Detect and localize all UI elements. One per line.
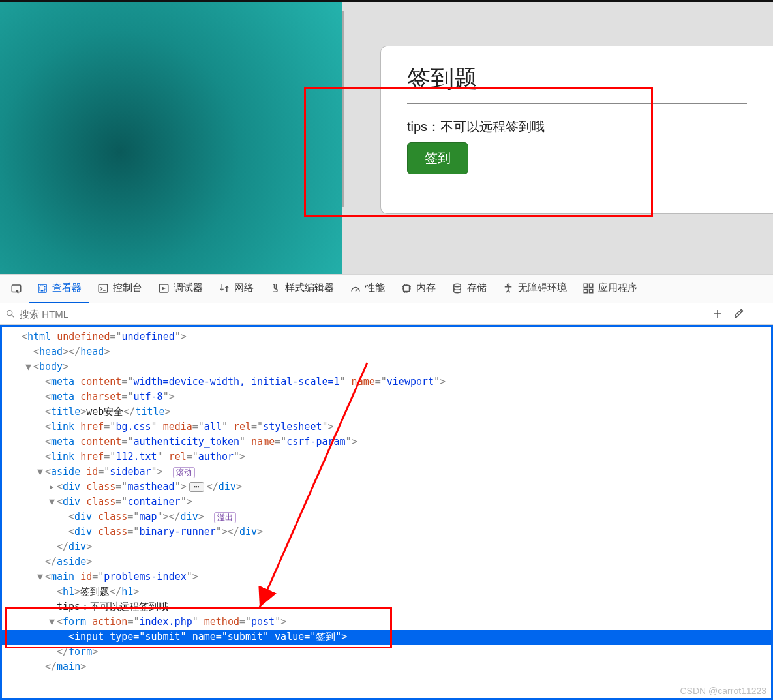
tab-memory-label: 内存 bbox=[416, 282, 436, 294]
dom-line[interactable]: </form> bbox=[2, 645, 771, 660]
tab-console[interactable]: 控制台 bbox=[89, 275, 150, 303]
dom-line[interactable]: <h1>签到题</h1> bbox=[2, 585, 771, 600]
dom-line[interactable]: ▼<div class="container"> bbox=[2, 495, 771, 510]
dom-line[interactable]: <div class="map"></div> 溢出 bbox=[2, 510, 771, 525]
tab-network-label: 网络 bbox=[234, 282, 254, 294]
tab-styleeditor-label: 样式编辑器 bbox=[285, 282, 334, 294]
sidebar-bg bbox=[0, 2, 342, 274]
dom-line[interactable]: ▼<body> bbox=[2, 359, 771, 374]
tips-text: tips：不可以远程签到哦 bbox=[407, 118, 747, 136]
dom-line[interactable]: <link href="112.txt" rel="author"> bbox=[2, 449, 771, 464]
tab-application-label: 应用程序 bbox=[598, 282, 637, 294]
content-bg: 签到题 tips：不可以远程签到哦 签到 bbox=[342, 2, 773, 274]
svg-rect-9 bbox=[590, 284, 593, 287]
devtools-tabbar: 查看器 控制台 调试器 网络 样式编辑器 性能 内存 存储 无障碍环境 应用程序 bbox=[0, 274, 773, 303]
search-input[interactable] bbox=[16, 306, 712, 322]
dom-line[interactable]: ▼<form action="index.php" method="post"> bbox=[2, 615, 771, 630]
card-title: 签到题 bbox=[407, 63, 747, 95]
dom-tree[interactable]: <html undefined="undefined"><head></head… bbox=[0, 325, 773, 700]
card-divider bbox=[407, 103, 747, 104]
tab-styleeditor[interactable]: 样式编辑器 bbox=[262, 275, 342, 303]
tab-inspector[interactable]: 查看器 bbox=[29, 275, 89, 303]
tab-memory[interactable]: 内存 bbox=[393, 275, 444, 303]
search-bar bbox=[0, 303, 773, 325]
dom-line[interactable]: <meta content="width=device-width, initi… bbox=[2, 374, 771, 389]
svg-rect-2 bbox=[40, 286, 45, 291]
dom-line[interactable]: tips：不可以远程签到哦 bbox=[2, 600, 771, 615]
page-viewport: 签到题 tips：不可以远程签到哦 签到 bbox=[0, 0, 773, 274]
watermark: CSDN @carrot11223 bbox=[680, 686, 767, 696]
dom-line[interactable]: <input type="submit" name="submit" value… bbox=[2, 630, 771, 645]
dom-line[interactable]: <meta charset="utf-8"> bbox=[2, 389, 771, 404]
tab-network[interactable]: 网络 bbox=[211, 275, 262, 303]
svg-point-7 bbox=[508, 284, 509, 286]
tab-console-label: 控制台 bbox=[113, 282, 142, 294]
tab-accessibility[interactable]: 无障碍环境 bbox=[494, 275, 575, 303]
eyedropper-icon[interactable] bbox=[733, 308, 744, 320]
tab-accessibility-label: 无障碍环境 bbox=[518, 282, 567, 294]
tab-application[interactable]: 应用程序 bbox=[575, 275, 645, 303]
main-card: 签到题 tips：不可以远程签到哦 签到 bbox=[380, 46, 773, 214]
svg-point-12 bbox=[7, 311, 12, 316]
dom-line[interactable]: <div class="binary-runner"></div> bbox=[2, 525, 771, 540]
submit-button[interactable]: 签到 bbox=[407, 142, 468, 174]
dom-line[interactable]: <html undefined="undefined"> bbox=[2, 329, 771, 344]
dom-line[interactable]: </main> bbox=[2, 660, 771, 675]
tab-inspector-label: 查看器 bbox=[52, 282, 82, 294]
tab-storage[interactable]: 存储 bbox=[444, 275, 494, 303]
tab-debugger[interactable]: 调试器 bbox=[150, 275, 211, 303]
add-node-icon[interactable] bbox=[712, 308, 723, 320]
svg-rect-8 bbox=[584, 284, 587, 287]
svg-rect-5 bbox=[404, 285, 410, 291]
svg-point-6 bbox=[454, 284, 461, 287]
tab-debugger-label: 调试器 bbox=[174, 282, 203, 294]
dom-line[interactable]: </div> bbox=[2, 540, 771, 555]
dom-line[interactable]: </aside> bbox=[2, 555, 771, 570]
dom-line[interactable]: <head></head> bbox=[2, 344, 771, 359]
dom-line[interactable]: <meta content="authenticity_token" name=… bbox=[2, 434, 771, 449]
svg-rect-11 bbox=[590, 289, 593, 292]
dom-line[interactable]: ▼<main id="problems-index"> bbox=[2, 570, 771, 585]
dom-line[interactable]: <link href="bg.css" media="all" rel="sty… bbox=[2, 419, 771, 434]
svg-rect-3 bbox=[99, 284, 108, 292]
tab-storage-label: 存储 bbox=[467, 282, 487, 294]
dom-line[interactable]: <title>web安全</title> bbox=[2, 404, 771, 419]
tab-performance[interactable]: 性能 bbox=[342, 275, 393, 303]
dom-line[interactable]: ▸<div class="masthead">⋯</div> bbox=[2, 479, 771, 495]
tab-performance-label: 性能 bbox=[365, 282, 385, 294]
dom-line[interactable]: ▼<aside id="sidebar"> 滚动 bbox=[2, 464, 771, 479]
search-icon bbox=[5, 309, 16, 319]
divider bbox=[342, 11, 344, 207]
svg-rect-10 bbox=[584, 289, 587, 292]
element-picker[interactable] bbox=[4, 275, 29, 303]
